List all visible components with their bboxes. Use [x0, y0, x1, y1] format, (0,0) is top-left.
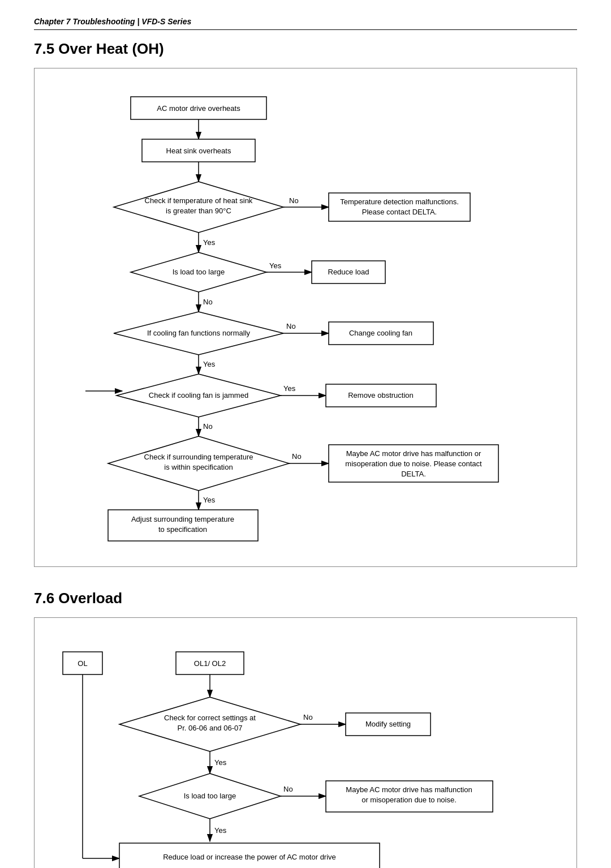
- yes-label-jammed: Yes: [283, 384, 296, 393]
- modify-setting-text: Modify setting: [365, 720, 411, 728]
- is-load-76-text: Is load too large: [184, 792, 236, 800]
- reduce-load-76-text: Reduce load or increase the power of AC …: [163, 853, 336, 861]
- flowchart-75: AC motor drive overheats Heat sink overh…: [34, 68, 577, 567]
- remove-obstruction-text: Remove obstruction: [348, 391, 414, 399]
- adjust-temp-text1: Adjust surrounding temperature: [131, 515, 234, 523]
- yes-label-settings: Yes: [214, 758, 227, 767]
- no-label-jammed: No: [203, 422, 213, 431]
- adjust-temp-text2: to specification: [158, 525, 207, 534]
- maybe-malfunction-text2: misoperation due to noise. Please contac…: [345, 459, 482, 468]
- temp-detection-text2: Please contact DELTA.: [362, 208, 437, 216]
- no-label-fan: No: [286, 322, 296, 330]
- check-temp-text2: is greater than 90°C: [166, 207, 231, 215]
- chapter-label: Chapter 7 Troubleshooting | VFD-S Series: [34, 17, 191, 26]
- ol-text: OL: [78, 659, 87, 668]
- ol1-ol2-text: OL1/ OL2: [194, 659, 226, 668]
- flowchart-76-svg: OL OL1/ OL2 Check for correct settings a…: [46, 635, 589, 868]
- change-fan-text: Change cooling fan: [349, 329, 412, 337]
- maybe-malfunction-76-text2: or misoperation due to noise.: [362, 796, 457, 804]
- fan-jammed-text: Check if cooling fan is jammed: [149, 391, 248, 399]
- section-76-title: 7.6 Overload: [34, 590, 577, 607]
- no-label-load-76: No: [283, 785, 293, 793]
- yes-label-temp: Yes: [203, 238, 216, 247]
- no-label-settings: No: [303, 713, 313, 721]
- ac-overheat-text: AC motor drive overheats: [157, 104, 240, 113]
- flowchart-75-svg: AC motor drive overheats Heat sink overh…: [46, 85, 589, 549]
- reduce-load-text: Reduce load: [328, 268, 369, 276]
- maybe-malfunction-text3: DELTA.: [401, 470, 426, 478]
- check-surrounding-text1: Check if surrounding temperature: [144, 453, 253, 461]
- check-surrounding-text2: is within specification: [164, 463, 233, 471]
- heat-sink-text: Heat sink overheats: [166, 147, 231, 155]
- is-load-text: Is load too large: [173, 268, 225, 276]
- maybe-malfunction-text1: Maybe AC motor drive has malfunction or: [346, 449, 481, 458]
- check-temp-text1: Check if temperature of heat sink: [145, 196, 253, 205]
- no-label-temp: No: [289, 196, 299, 205]
- page-header: Chapter 7 Troubleshooting | VFD-S Series: [34, 17, 577, 30]
- no-label-load: No: [203, 298, 213, 306]
- check-settings-text1: Check for correct settings at: [164, 714, 256, 722]
- yes-label-load: Yes: [269, 261, 282, 270]
- no-label-surrounding: No: [292, 452, 302, 461]
- flowchart-76: OL OL1/ OL2 Check for correct settings a…: [34, 617, 577, 868]
- yes-label-load-76: Yes: [214, 826, 227, 835]
- yes-label-fan: Yes: [203, 360, 216, 368]
- cooling-fan-text: If cooling fan functions normally: [147, 329, 251, 337]
- check-settings-text2: Pr. 06-06 and 06-07: [178, 724, 243, 732]
- section-75-title: 7.5 Over Heat (OH): [34, 40, 577, 58]
- maybe-malfunction-76-text1: Maybe AC motor drive has malfunction: [346, 785, 472, 794]
- temp-detection-text1: Temperature detection malfunctions.: [340, 197, 459, 206]
- yes-label-surrounding: Yes: [203, 496, 216, 504]
